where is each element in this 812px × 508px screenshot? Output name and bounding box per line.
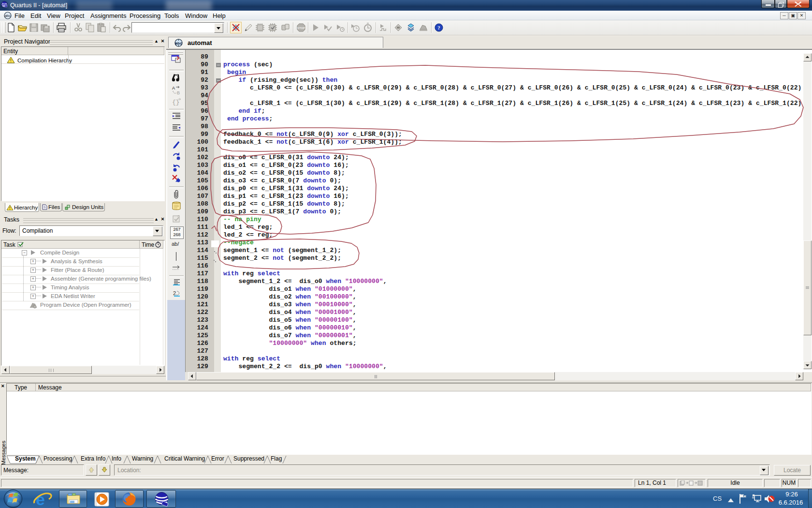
svg-text:B: B xyxy=(177,90,180,95)
svg-text:abc: abc xyxy=(5,14,11,18)
svg-text:2: 2 xyxy=(173,290,176,296)
svg-text:e: e xyxy=(36,491,45,508)
svg-text:A: A xyxy=(172,86,175,90)
svg-text:STOP: STOP xyxy=(297,27,305,30)
svg-text:?: ? xyxy=(437,25,440,30)
svg-text:abc: abc xyxy=(175,41,182,45)
svg-text:{}: {} xyxy=(172,99,180,106)
